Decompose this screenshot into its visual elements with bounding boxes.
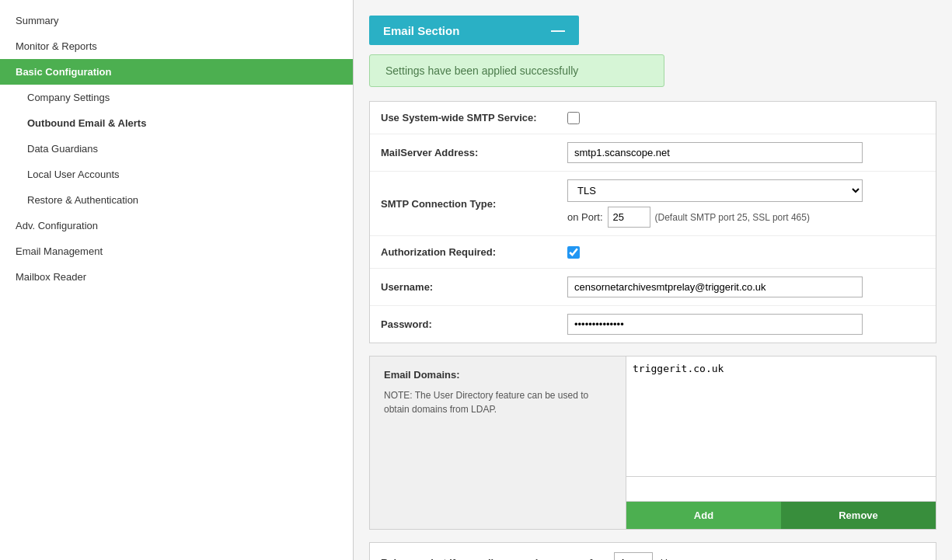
- sidebar-item-basic-configuration[interactable]: Basic Configuration: [0, 59, 353, 85]
- form-section: Use System-wide SMTP Service: MailServer…: [369, 101, 936, 343]
- port-label: on Port:: [567, 211, 603, 223]
- domains-input-row: [626, 477, 936, 502]
- smtp-connection-control: TLS SSL None on Port: (Default SMTP port…: [567, 179, 925, 228]
- sidebar-item-mailbox-reader[interactable]: Mailbox Reader: [0, 264, 353, 290]
- success-banner: Settings have been applied successfully: [369, 54, 664, 87]
- sidebar-item-summary[interactable]: Summary: [0, 8, 353, 33]
- password-control: [567, 314, 925, 335]
- use-smtp-checkbox[interactable]: [567, 112, 580, 124]
- port-row: on Port: (Default SMTP port 25, SSL port…: [567, 207, 863, 228]
- mailserver-label: MailServer Address:: [381, 147, 567, 158]
- section-title: Email Section: [383, 24, 459, 37]
- password-row: Password:: [370, 306, 936, 343]
- smtp-connection-select[interactable]: TLS SSL None: [567, 179, 863, 202]
- collapse-icon[interactable]: —: [551, 23, 565, 37]
- alert-row: Raise an alert if no mail processing occ…: [369, 542, 936, 560]
- port-input[interactable]: [608, 207, 650, 228]
- alert-input[interactable]: [614, 552, 653, 560]
- port-hint: (Default SMTP port 25, SSL port 465): [655, 212, 810, 223]
- add-button[interactable]: Add: [626, 502, 781, 529]
- password-label: Password:: [381, 318, 567, 330]
- mailserver-input[interactable]: [567, 142, 863, 163]
- sidebar-item-data-guardians[interactable]: Data Guardians: [0, 136, 353, 162]
- alert-label: Raise an alert if no mail processing occ…: [381, 557, 606, 560]
- sidebar-item-outbound-email[interactable]: Outbound Email & Alerts: [0, 110, 353, 136]
- sidebar-item-adv-configuration[interactable]: Adv. Configuration: [0, 213, 353, 238]
- username-label: Username:: [381, 281, 567, 293]
- password-input[interactable]: [567, 314, 863, 335]
- sidebar-item-restore-authentication[interactable]: Restore & Authentication: [0, 187, 353, 213]
- mailserver-control: [567, 142, 925, 163]
- sidebar-item-company-settings[interactable]: Company Settings: [0, 85, 353, 110]
- domains-left: Email Domains: NOTE: The User Directory …: [370, 357, 626, 529]
- domains-note: NOTE: The User Directory feature can be …: [384, 388, 612, 416]
- smtp-connection-row: SMTP Connection Type: TLS SSL None on Po…: [370, 172, 936, 236]
- auth-required-control: [567, 246, 925, 259]
- remove-button[interactable]: Remove: [781, 502, 936, 529]
- section-header: Email Section —: [369, 16, 579, 45]
- domains-new-input[interactable]: [633, 480, 929, 498]
- main-content: Email Section — Settings have been appli…: [354, 0, 952, 560]
- auth-required-label: Authorization Required:: [381, 246, 567, 258]
- domains-right: triggerit.co.uk Add Remove: [626, 357, 936, 529]
- domains-title: Email Domains:: [384, 369, 612, 381]
- username-control: [567, 277, 925, 297]
- success-message: Settings have been applied successfully: [385, 64, 578, 77]
- domains-section: Email Domains: NOTE: The User Directory …: [369, 356, 936, 530]
- alert-unit: Hours: [661, 557, 688, 560]
- sidebar-item-monitor-reports[interactable]: Monitor & Reports: [0, 33, 353, 59]
- username-input[interactable]: [567, 277, 863, 297]
- sidebar-item-email-management[interactable]: Email Management: [0, 238, 353, 264]
- use-smtp-row: Use System-wide SMTP Service:: [370, 102, 936, 134]
- domains-textarea[interactable]: triggerit.co.uk: [626, 357, 936, 477]
- mailserver-row: MailServer Address:: [370, 134, 936, 172]
- use-smtp-label: Use System-wide SMTP Service:: [381, 112, 567, 123]
- sidebar-item-local-user-accounts[interactable]: Local User Accounts: [0, 162, 353, 187]
- domains-buttons: Add Remove: [626, 502, 936, 529]
- use-smtp-control: [567, 112, 925, 124]
- username-row: Username:: [370, 269, 936, 306]
- auth-required-row: Authorization Required:: [370, 236, 936, 269]
- auth-required-checkbox[interactable]: [567, 246, 580, 259]
- sidebar: SummaryMonitor & ReportsBasic Configurat…: [0, 0, 354, 560]
- smtp-connection-label: SMTP Connection Type:: [381, 198, 567, 210]
